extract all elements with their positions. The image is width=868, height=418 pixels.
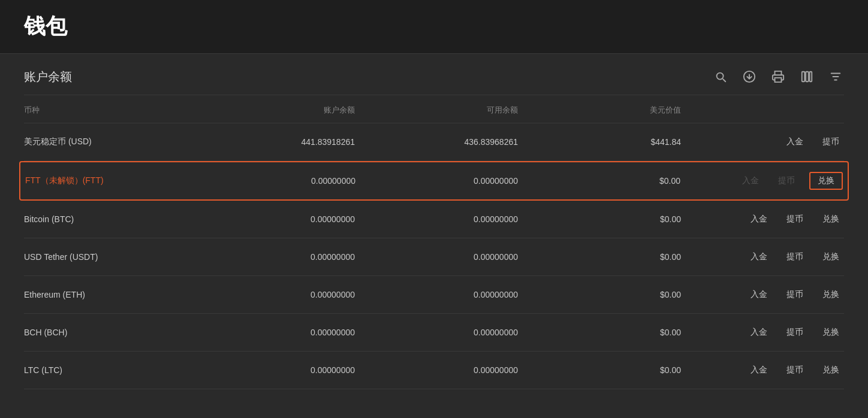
- col-header-account-balance: 账户余额: [192, 105, 355, 116]
- usd-value: $441.84: [518, 137, 681, 147]
- account-balance: 0.00000000: [192, 290, 355, 299]
- withdraw-button[interactable]: 提币: [782, 249, 808, 265]
- section-header: 账户余额: [24, 54, 844, 95]
- available-balance: 436.83968261: [355, 137, 518, 147]
- filter-icon[interactable]: [827, 68, 844, 85]
- actions-cell: 入金 提币 兑换: [681, 287, 844, 302]
- table-row: FTT（未解锁）(FTT) 0.00000000 0.00000000 $0.0…: [19, 161, 849, 201]
- actions-cell: 入金 提币: [681, 134, 844, 150]
- exchange-button[interactable]: 兑换: [818, 211, 844, 227]
- page-title: 钱包: [24, 14, 67, 38]
- col-header-currency: 币种: [24, 105, 192, 116]
- main-content: 账户余额: [0, 54, 868, 389]
- actions-cell: 入金 提币 兑换: [681, 325, 844, 340]
- deposit-button[interactable]: 入金: [746, 325, 772, 340]
- section-title: 账户余额: [24, 69, 72, 85]
- deposit-button[interactable]: 入金: [746, 211, 772, 227]
- balance-table: 币种 账户余额 可用余额 美元价值 美元稳定币 (USD) 441.839182…: [24, 95, 844, 389]
- available-balance: 0.00000000: [355, 176, 518, 186]
- withdraw-button[interactable]: 提币: [782, 287, 808, 302]
- deposit-button: 入金: [737, 173, 764, 189]
- table-row: USD Tether (USDT) 0.00000000 0.00000000 …: [24, 238, 844, 276]
- exchange-button[interactable]: 兑换: [818, 325, 844, 340]
- exchange-button[interactable]: 兑换: [818, 362, 844, 378]
- svg-rect-0: [802, 72, 805, 82]
- withdraw-button[interactable]: 提币: [818, 134, 844, 150]
- account-balance: 0.00000000: [192, 252, 355, 262]
- available-balance: 0.00000000: [355, 214, 518, 224]
- table-row: Bitcoin (BTC) 0.00000000 0.00000000 $0.0…: [24, 201, 844, 238]
- table-row: 美元稳定币 (USD) 441.83918261 436.83968261 $4…: [24, 123, 844, 161]
- currency-name: LTC (LTC): [24, 365, 192, 375]
- usd-value: $0.00: [518, 214, 681, 224]
- svg-rect-2: [810, 72, 812, 82]
- table-body: 美元稳定币 (USD) 441.83918261 436.83968261 $4…: [24, 123, 844, 389]
- table-header: 币种 账户余额 可用余额 美元价值: [24, 95, 844, 123]
- table-row: LTC (LTC) 0.00000000 0.00000000 $0.00 入金…: [24, 352, 844, 389]
- exchange-button[interactable]: 兑换: [818, 287, 844, 302]
- exchange-button[interactable]: 兑换: [809, 172, 843, 190]
- currency-name: USD Tether (USDT): [24, 252, 192, 262]
- withdraw-button[interactable]: 提币: [782, 211, 808, 227]
- currency-name: 美元稳定币 (USD): [24, 137, 192, 147]
- columns-icon[interactable]: [798, 68, 815, 85]
- print-icon[interactable]: [770, 68, 786, 85]
- account-balance: 0.00000000: [193, 176, 355, 186]
- download-icon[interactable]: [741, 68, 758, 85]
- currency-name: BCH (BCH): [24, 328, 192, 337]
- usd-value: $0.00: [518, 290, 681, 299]
- withdraw-button[interactable]: 提币: [782, 362, 808, 378]
- currency-name: Ethereum (ETH): [24, 290, 192, 299]
- actions-cell: 入金 提币 兑换: [680, 172, 843, 190]
- usd-value: $0.00: [518, 328, 681, 337]
- svg-rect-1: [806, 72, 809, 82]
- search-icon[interactable]: [712, 68, 729, 85]
- actions-cell: 入金 提币 兑换: [681, 211, 844, 227]
- currency-name: FTT（未解锁）(FTT): [25, 175, 193, 186]
- page-header: 钱包: [0, 0, 868, 54]
- withdraw-button: 提币: [773, 173, 800, 189]
- deposit-button[interactable]: 入金: [782, 134, 808, 150]
- usd-value: $0.00: [518, 365, 681, 375]
- available-balance: 0.00000000: [355, 290, 518, 299]
- available-balance: 0.00000000: [355, 252, 518, 262]
- table-row: Ethereum (ETH) 0.00000000 0.00000000 $0.…: [24, 276, 844, 314]
- deposit-button[interactable]: 入金: [746, 362, 772, 378]
- available-balance: 0.00000000: [355, 328, 518, 337]
- actions-cell: 入金 提币 兑换: [681, 249, 844, 265]
- usd-value: $0.00: [518, 176, 680, 186]
- toolbar: [712, 68, 844, 85]
- account-balance: 0.00000000: [192, 365, 355, 375]
- available-balance: 0.00000000: [355, 365, 518, 375]
- col-header-available-balance: 可用余额: [355, 105, 518, 116]
- actions-cell: 入金 提币 兑换: [681, 362, 844, 378]
- withdraw-button[interactable]: 提币: [782, 325, 808, 340]
- deposit-button[interactable]: 入金: [746, 287, 772, 302]
- col-header-actions: [681, 105, 844, 116]
- account-balance: 441.83918261: [192, 137, 355, 147]
- account-balance: 0.00000000: [192, 328, 355, 337]
- col-header-usd-value: 美元价值: [518, 105, 681, 116]
- table-row: BCH (BCH) 0.00000000 0.00000000 $0.00 入金…: [24, 314, 844, 352]
- currency-name: Bitcoin (BTC): [24, 214, 192, 224]
- deposit-button[interactable]: 入金: [746, 249, 772, 265]
- usd-value: $0.00: [518, 252, 681, 262]
- exchange-button[interactable]: 兑换: [818, 249, 844, 265]
- account-balance: 0.00000000: [192, 214, 355, 224]
